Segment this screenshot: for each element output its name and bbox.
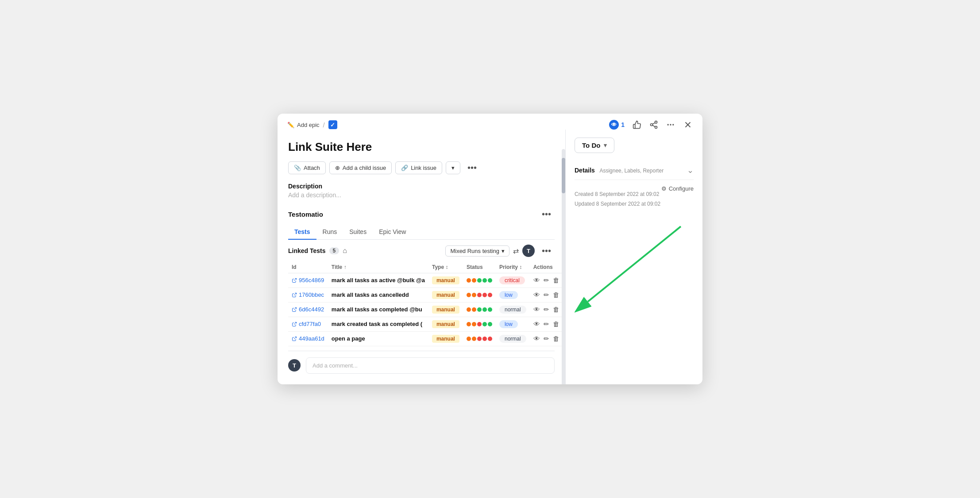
- home-icon-button[interactable]: ⌂: [343, 247, 347, 255]
- view-icon[interactable]: 👁: [533, 335, 540, 342]
- delete-icon[interactable]: 🗑: [553, 276, 559, 284]
- row-actions: 👁 ✏ 🗑: [533, 276, 559, 284]
- svg-line-10: [294, 278, 297, 281]
- status-dot: [488, 293, 492, 297]
- action-bar: 📎 Attach ⊕ Add a child issue 🔗 Link issu…: [288, 161, 555, 175]
- col-title[interactable]: Title ↑: [328, 261, 428, 273]
- priority-badge: normal: [499, 335, 526, 343]
- status-dot: [482, 293, 487, 297]
- linked-more-button[interactable]: •••: [538, 244, 555, 258]
- status-dot: [467, 293, 471, 297]
- user-avatar[interactable]: T: [522, 245, 535, 257]
- col-priority[interactable]: Priority ↕: [496, 261, 530, 273]
- modal-header: ✏️ Add epic / 1: [278, 114, 702, 130]
- status-dot: [472, 278, 476, 283]
- details-sub: Assignee, Labels, Reporter: [599, 168, 664, 174]
- status-dots: [467, 337, 492, 341]
- delete-icon[interactable]: 🗑: [553, 306, 559, 313]
- attach-button[interactable]: 📎 Attach: [288, 161, 326, 174]
- edit-icon[interactable]: ✏: [544, 291, 549, 299]
- add-child-label: Add a child issue: [343, 165, 386, 171]
- svg-line-4: [652, 123, 655, 124]
- like-button[interactable]: [633, 120, 641, 129]
- row-id-link[interactable]: 956c4869: [292, 277, 324, 283]
- row-id-link[interactable]: cfd77fa0: [292, 321, 324, 327]
- status-button[interactable]: To Do ▾: [575, 138, 614, 153]
- testomatio-title: Testomatio: [288, 211, 323, 218]
- scrollbar[interactable]: [562, 149, 565, 384]
- details-row: Details Assignee, Labels, Reporter ⌄: [575, 161, 694, 180]
- link-issue-button[interactable]: 🔗 Link issue: [395, 161, 442, 174]
- status-label: To Do: [582, 142, 600, 149]
- tab-suites[interactable]: Suites: [343, 225, 373, 240]
- status-dot: [467, 322, 471, 326]
- status-dot: [477, 278, 482, 283]
- type-badge: manual: [432, 320, 459, 328]
- status-dot: [472, 337, 476, 341]
- status-dot: [477, 293, 482, 297]
- expand-button[interactable]: ▾: [446, 161, 460, 174]
- link-issue-label: Link issue: [411, 165, 436, 171]
- delete-icon[interactable]: 🗑: [553, 291, 559, 299]
- share-button[interactable]: [649, 120, 658, 129]
- tab-epic-view[interactable]: Epic View: [373, 225, 412, 240]
- col-actions: Actions: [530, 261, 563, 273]
- edit-icon[interactable]: ✏: [544, 306, 549, 314]
- description-label: Description: [288, 183, 555, 190]
- svg-point-2: [655, 126, 657, 129]
- edit-icon[interactable]: ✏: [544, 320, 549, 328]
- status-dot: [482, 337, 487, 341]
- col-id: Id: [288, 261, 328, 273]
- child-icon: ⊕: [335, 165, 340, 171]
- more-options-button[interactable]: [666, 120, 675, 129]
- status-dot: [477, 337, 482, 341]
- svg-line-11: [294, 293, 297, 295]
- status-dot: [477, 322, 482, 326]
- row-id-link[interactable]: 449aa61d: [292, 335, 324, 342]
- created-date: Created 8 September 2022 at 09:02: [575, 190, 660, 199]
- table-row: 6d6c4492 mark all tasks as completed @bu…: [288, 302, 563, 317]
- delete-icon[interactable]: 🗑: [553, 320, 559, 328]
- edit-icon[interactable]: ✏: [544, 276, 549, 284]
- col-type[interactable]: Type ↕: [428, 261, 463, 273]
- svg-point-0: [655, 121, 657, 123]
- row-title: mark created task as completed (: [332, 321, 422, 327]
- svg-line-16: [588, 226, 681, 302]
- type-badge: manual: [432, 306, 459, 314]
- svg-point-1: [651, 124, 653, 126]
- watch-badge[interactable]: 1: [609, 120, 625, 130]
- view-icon[interactable]: 👁: [533, 276, 540, 284]
- status-chevron-icon: ▾: [604, 142, 607, 149]
- status-dot: [482, 322, 487, 326]
- row-id-link[interactable]: 6d6c4492: [292, 306, 324, 313]
- type-badge: manual: [432, 276, 459, 284]
- filter-icon-button[interactable]: ⇄: [513, 247, 519, 255]
- row-id-link[interactable]: 1760bbec: [292, 291, 324, 298]
- view-icon[interactable]: 👁: [533, 320, 540, 328]
- edit-icon[interactable]: ✏: [544, 335, 549, 343]
- comment-input[interactable]: Add a comment...: [306, 357, 555, 374]
- view-icon[interactable]: 👁: [533, 291, 540, 299]
- description-placeholder[interactable]: Add a description...: [288, 192, 555, 199]
- view-icon[interactable]: 👁: [533, 306, 540, 313]
- delete-icon[interactable]: 🗑: [553, 335, 559, 342]
- status-dot: [488, 278, 492, 283]
- status-dot: [488, 337, 492, 341]
- details-chevron-icon[interactable]: ⌄: [687, 165, 694, 175]
- add-child-issue-button[interactable]: ⊕ Add a child issue: [329, 161, 392, 174]
- testomatio-more-button[interactable]: •••: [538, 207, 555, 221]
- priority-badge: low: [499, 320, 518, 328]
- actions-more-button[interactable]: •••: [464, 161, 480, 175]
- comment-bar: T Add a comment...: [288, 351, 555, 374]
- close-button[interactable]: [683, 120, 693, 130]
- col-status: Status: [463, 261, 496, 273]
- gear-icon: ⚙: [661, 185, 667, 192]
- table-row: 449aa61d open a pagemanualnormal 👁 ✏ 🗑: [288, 331, 563, 346]
- tab-tests[interactable]: Tests: [288, 225, 316, 240]
- tab-runs[interactable]: Runs: [316, 225, 343, 240]
- suite-select[interactable]: Mixed Runs testing ▾: [445, 245, 509, 257]
- svg-point-6: [670, 124, 671, 125]
- configure-button[interactable]: ⚙ Configure: [661, 185, 694, 192]
- add-epic-button[interactable]: ✏️ Add epic: [287, 122, 320, 128]
- arrow-container: [575, 222, 694, 321]
